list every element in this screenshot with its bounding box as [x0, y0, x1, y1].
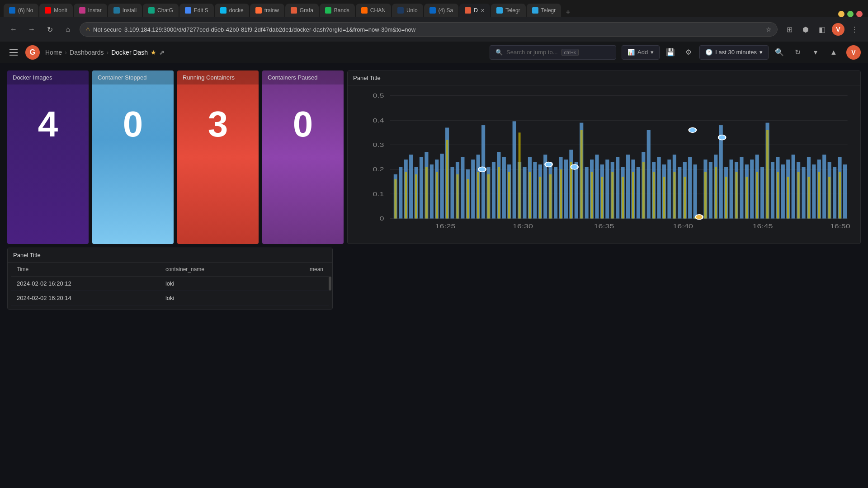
breadcrumb-home[interactable]: Home: [45, 49, 62, 56]
svg-rect-134: [745, 177, 748, 218]
svg-rect-123: [632, 172, 634, 218]
close-icon-d[interactable]: ✕: [481, 8, 485, 14]
tab-favicon-d: [465, 7, 471, 14]
minimize-button[interactable]: [838, 11, 844, 17]
svg-rect-113: [529, 172, 531, 218]
tab-chan[interactable]: CHAN: [356, 4, 391, 17]
panel-running-value: 3: [177, 84, 259, 164]
not-secure-label: Not secure: [93, 26, 122, 33]
close-window-button[interactable]: [856, 11, 863, 17]
user-avatar-browser[interactable]: V: [832, 23, 844, 36]
scrollbar[interactable]: [329, 277, 331, 291]
tab-inst[interactable]: Instar: [74, 4, 107, 17]
svg-rect-37: [523, 167, 526, 218]
search-box[interactable]: 🔍 Search or jump to... ctrl+k: [490, 45, 616, 60]
maximize-button[interactable]: [847, 11, 854, 17]
tab-label-edit: Edit S: [194, 7, 208, 14]
svg-rect-13: [399, 167, 402, 218]
table-row[interactable]: 2024-02-02 16:20:14 loki: [11, 291, 329, 305]
hamburger-menu[interactable]: [7, 46, 20, 59]
add-button[interactable]: 📊 Add ▾: [622, 45, 659, 60]
chart-svg: 0.5 0.4 0.3 0.2 0.1 0: [353, 91, 855, 238]
tab-yt[interactable]: Monit: [39, 4, 72, 17]
svg-rect-31: [492, 162, 495, 219]
tab-tele1[interactable]: Telegr: [491, 4, 526, 17]
refresh-dropdown-button[interactable]: ▾: [808, 45, 823, 60]
forward-button[interactable]: →: [25, 23, 38, 36]
back-button[interactable]: ←: [7, 23, 20, 36]
add-icon: 📊: [627, 49, 635, 56]
tab-train[interactable]: trainw: [250, 4, 284, 17]
star-icon[interactable]: ★: [151, 49, 156, 56]
top-nav: G Home › Dashboards › Docker Dash ★ ⇗ 🔍 …: [0, 42, 868, 63]
profile-button[interactable]: ⬢: [799, 23, 812, 36]
clock-icon: 🕐: [705, 49, 712, 56]
window-controls: [833, 11, 868, 17]
refresh-button[interactable]: ↻: [790, 45, 805, 60]
reload-button[interactable]: ↻: [43, 23, 56, 36]
svg-rect-39: [533, 162, 537, 219]
new-tab-button[interactable]: +: [562, 8, 574, 17]
svg-rect-49: [585, 167, 589, 218]
tab-bar: (6) No Monit Instar Install ChatG Edit S: [0, 0, 868, 17]
time-range-label: Last 30 minutes: [715, 49, 757, 56]
tab-grafana[interactable]: Grafa: [285, 4, 319, 17]
svg-point-145: [545, 162, 552, 167]
tab-docker[interactable]: docke: [215, 4, 249, 17]
grafana-logo[interactable]: G: [25, 45, 40, 60]
tab-label-chan: CHAN: [370, 7, 386, 14]
tab-edit[interactable]: Edit S: [179, 4, 214, 17]
add-label: Add: [637, 49, 648, 56]
cell-mean-1: [273, 277, 329, 291]
svg-rect-112: [519, 132, 521, 218]
svg-rect-133: [736, 172, 738, 218]
svg-rect-53: [605, 160, 609, 218]
tab-label-li: (6) No: [18, 7, 33, 14]
user-menu[interactable]: V: [846, 45, 861, 60]
share-icon[interactable]: ⇗: [159, 49, 165, 56]
tab-chat[interactable]: ChatG: [143, 4, 179, 17]
svg-rect-122: [622, 177, 624, 218]
svg-rect-55: [616, 157, 619, 219]
svg-rect-141: [818, 172, 820, 218]
cell-container-name-1: loki: [160, 277, 273, 291]
svg-text:0.3: 0.3: [373, 142, 384, 148]
menu-button[interactable]: ⋮: [848, 23, 861, 36]
tab-li[interactable]: (6) No: [4, 4, 38, 17]
svg-rect-138: [787, 177, 789, 218]
cell-container-name-2: loki: [160, 291, 273, 305]
svg-rect-114: [539, 177, 541, 218]
collapse-button[interactable]: ▲: [826, 45, 841, 60]
address-bar[interactable]: ⚠ Not secure 3.109.184.129:3000/d/d7277c…: [80, 22, 778, 37]
table-row[interactable]: 2024-02-02 16:20:12 loki: [11, 277, 329, 291]
col-header-mean: mean: [273, 263, 329, 277]
home-button[interactable]: ⌂: [61, 23, 74, 36]
sidebar-button[interactable]: ◧: [816, 23, 828, 36]
table-header-row: Time container_name mean: [11, 263, 329, 277]
svg-rect-121: [611, 172, 613, 218]
search-icon: 🔍: [495, 49, 503, 56]
panel-container-stopped-header: Container Stopped: [92, 70, 174, 84]
tab-tele2[interactable]: Telegr: [527, 4, 561, 17]
breadcrumb-dashboards[interactable]: Dashboards: [70, 49, 104, 56]
table-container: Time container_name mean 2024-02-02 16:2…: [8, 263, 332, 309]
tab-wp[interactable]: Install: [108, 4, 142, 17]
tab-band[interactable]: Bands: [320, 4, 355, 17]
svg-point-146: [571, 164, 578, 169]
extensions-button[interactable]: ⊞: [783, 23, 796, 36]
svg-rect-107: [467, 179, 469, 219]
zoom-out-button[interactable]: 🔍: [772, 45, 787, 60]
save-dashboard-button[interactable]: 💾: [663, 45, 678, 60]
svg-text:0.1: 0.1: [373, 191, 384, 197]
tab-sa[interactable]: (4) Sa: [424, 4, 459, 17]
dashboard-settings-button[interactable]: ⚙: [681, 45, 696, 60]
svg-rect-81: [750, 160, 754, 218]
time-range-picker[interactable]: 🕐 Last 30 minutes ▾: [699, 45, 769, 60]
tab-unlo[interactable]: Unlo: [392, 4, 423, 17]
bookmark-icon[interactable]: ☆: [766, 26, 772, 33]
tab-d-active[interactable]: D ✕: [459, 4, 490, 17]
panels-row-1: Docker Images 4 Container Stopped 0 Runn…: [7, 70, 861, 244]
breadcrumb-current: Docker Dash: [111, 49, 148, 56]
tab-favicon-sa: [429, 7, 436, 14]
svg-rect-93: [812, 164, 816, 219]
